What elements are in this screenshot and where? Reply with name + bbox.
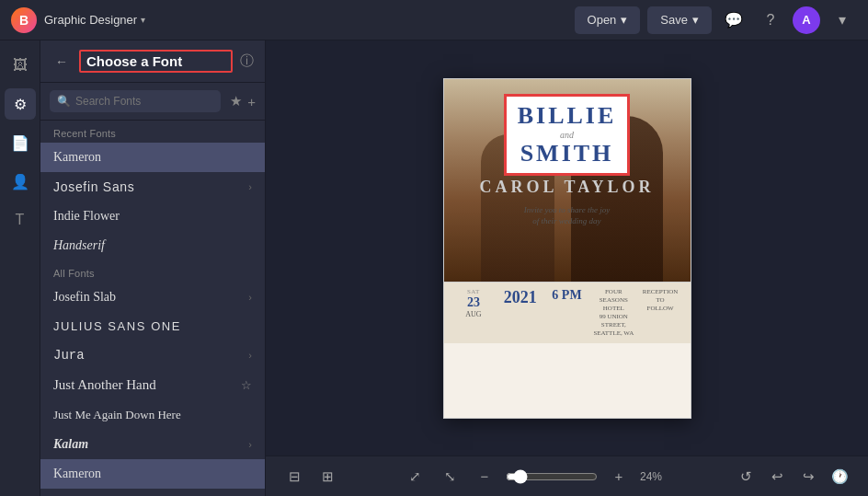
- sidebar-images-button[interactable]: 🖼: [5, 50, 36, 81]
- zoom-out-button[interactable]: −: [471, 463, 498, 490]
- refresh-button[interactable]: ↺: [732, 463, 760, 490]
- main-area: 🖼 ⚙ 📄 👤 T ← Choose a Font ⓘ 🔍 ★ + Recent…: [0, 40, 868, 496]
- font-panel-title: Choose a Font: [79, 50, 233, 73]
- zoom-in-button[interactable]: +: [605, 463, 633, 490]
- add-font-button[interactable]: +: [247, 94, 256, 110]
- app-logo[interactable]: B: [11, 7, 37, 33]
- wedding-card[interactable]: BILLIE and SMITH CAROL TAYLOR Invite you…: [443, 78, 691, 419]
- font-item-just-me-again[interactable]: Just Me Again Down Here: [40, 400, 265, 430]
- font-item-jura[interactable]: Jura ›: [40, 340, 265, 370]
- chevron-down-icon: ▾: [692, 13, 699, 27]
- all-fonts-label: All Fonts: [40, 260, 265, 283]
- card-details-strip: SAT 23 AUG 2021 6 PM FOUR SEASONS HOTEL …: [444, 282, 691, 344]
- topbar: B Graphic Designer ▾ Open ▾ Save ▾ 💬 ? A…: [0, 0, 868, 40]
- font-item-kameron-recent[interactable]: Kameron: [40, 143, 265, 172]
- card-smith: SMITH: [518, 140, 617, 167]
- layers-button[interactable]: ⊟: [280, 463, 308, 490]
- grid-button[interactable]: ⊞: [314, 463, 341, 490]
- font-panel: ← Choose a Font ⓘ 🔍 ★ + Recent Fonts Kam…: [40, 40, 266, 496]
- toolbar-right: ↺ ↩ ↪ 🕐: [732, 463, 853, 490]
- card-invite-text: Invite you to share the joy of their wed…: [524, 204, 610, 227]
- resize-button[interactable]: ⤡: [436, 463, 463, 490]
- history-button[interactable]: 🕐: [826, 463, 853, 490]
- chevron-right-icon: ›: [248, 292, 252, 303]
- recent-fonts-label: Recent Fonts: [40, 121, 265, 143]
- bottom-toolbar: ⊟ ⊞ ⤢ ⤡ − + 24% ↺ ↩ ↪ 🕐: [266, 456, 868, 496]
- font-item-handserif[interactable]: Handserif: [40, 231, 265, 260]
- search-bar-row: 🔍 ★ +: [40, 83, 265, 121]
- sidebar-settings-button[interactable]: ⚙: [5, 88, 36, 120]
- card-billie: BILLIE: [518, 102, 617, 130]
- chevron-down-icon: ▾: [621, 13, 627, 27]
- card-date-block: SAT 23 AUG: [453, 288, 495, 318]
- font-item-kalam[interactable]: Kalam ›: [40, 430, 265, 459]
- card-carol-taylor: CAROL TAYLOR: [479, 178, 654, 197]
- chevron-right-icon: ›: [248, 350, 252, 361]
- canvas-content: BILLIE and SMITH CAROL TAYLOR Invite you…: [266, 40, 868, 456]
- sidebar-users-button[interactable]: 👤: [5, 166, 36, 197]
- font-item-josefin-slab[interactable]: Josefin Slab ›: [40, 283, 265, 312]
- save-button[interactable]: Save ▾: [647, 6, 712, 34]
- app-name-dropdown[interactable]: Graphic Designer ▾: [44, 13, 145, 27]
- card-venue-block: FOUR SEASONS HOTEL 99 UNION STREET, SEAT…: [593, 288, 634, 339]
- zoom-slider[interactable]: [506, 469, 598, 484]
- toolbar-left: ⊟ ⊞: [280, 463, 341, 490]
- avatar[interactable]: A: [793, 6, 820, 34]
- expand-icon-button[interactable]: ▾: [828, 6, 857, 35]
- search-wrapper: 🔍: [50, 90, 224, 112]
- undo-button[interactable]: ↩: [763, 463, 791, 490]
- font-item-josefin-sans[interactable]: Josefin Sans ›: [40, 172, 265, 202]
- star-icon[interactable]: ☆: [241, 378, 252, 392]
- chevron-down-icon: ▾: [141, 15, 145, 25]
- font-list: Recent Fonts Kameron Josefin Sans › Indi…: [40, 121, 265, 496]
- search-input[interactable]: [50, 90, 221, 112]
- toolbar-center: ⤢ ⤡ − + 24%: [348, 463, 725, 490]
- redo-button[interactable]: ↪: [794, 463, 822, 490]
- favorites-button[interactable]: ★: [230, 93, 242, 110]
- font-item-karla[interactable]: Karla ›: [40, 489, 265, 496]
- help-icon-button[interactable]: ?: [756, 6, 785, 35]
- card-reception-block: RECEPTION TO FOLLOW: [640, 288, 681, 313]
- zoom-value: 24%: [640, 470, 672, 483]
- back-button[interactable]: ←: [51, 52, 72, 71]
- font-item-julius-sans-one[interactable]: JULIUS SANS ONE: [40, 312, 265, 340]
- font-item-kameron-all[interactable]: Kameron: [40, 459, 265, 489]
- font-item-just-another-hand[interactable]: Just Another Hand ☆: [40, 370, 265, 400]
- info-button[interactable]: ⓘ: [240, 52, 254, 70]
- card-and: and: [518, 130, 617, 140]
- chat-icon-button[interactable]: 💬: [719, 6, 748, 35]
- fit-screen-button[interactable]: ⤢: [401, 463, 428, 490]
- chevron-right-icon: ›: [248, 439, 252, 450]
- font-panel-header: ← Choose a Font ⓘ: [40, 40, 265, 83]
- sidebar-text-button[interactable]: T: [5, 204, 36, 236]
- chevron-right-icon: ›: [248, 181, 252, 192]
- card-time-block: 6 PM: [546, 288, 588, 303]
- font-item-indie-flower[interactable]: Indie Flower: [40, 202, 265, 231]
- icon-sidebar: 🖼 ⚙ 📄 👤 T: [0, 40, 40, 496]
- sidebar-pages-button[interactable]: 📄: [5, 127, 36, 158]
- canvas-area: BILLIE and SMITH CAROL TAYLOR Invite you…: [266, 40, 868, 496]
- open-button[interactable]: Open ▾: [575, 6, 641, 34]
- card-year-block: 2021: [499, 288, 541, 307]
- card-names-box: BILLIE and SMITH: [504, 94, 631, 176]
